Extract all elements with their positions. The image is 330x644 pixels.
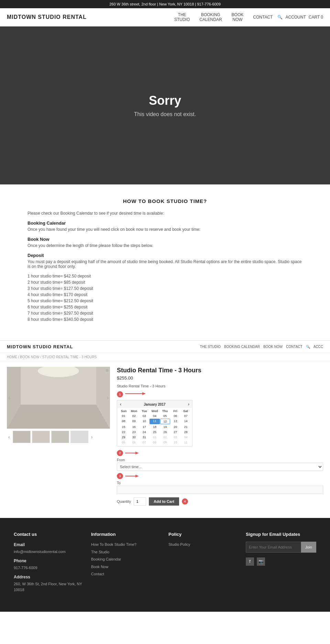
- nav-cart[interactable]: CART 0: [309, 15, 323, 20]
- mini-logo[interactable]: MIDTOWN STUDIO RENTAL: [7, 344, 73, 349]
- thumbnail-4[interactable]: [70, 431, 88, 443]
- footer-info-link[interactable]: Book Now: [91, 564, 162, 570]
- mini-nav-item[interactable]: 🔍: [306, 345, 310, 349]
- cal-day[interactable]: 25: [150, 430, 160, 434]
- instagram-icon[interactable]: 📷: [257, 557, 265, 566]
- cal-day[interactable]: 17: [139, 425, 149, 429]
- cal-day[interactable]: 29: [119, 435, 129, 440]
- nav-booking-calendar[interactable]: BOOKING CALENDAR: [195, 12, 227, 22]
- svg-marker-11: [135, 475, 139, 477]
- cal-day[interactable]: 31: [139, 435, 149, 440]
- cal-day[interactable]: 01: [150, 435, 160, 440]
- mini-header: MIDTOWN STUDIO RENTAL THE STUDIOBOOKING …: [0, 341, 330, 353]
- footer-info-link[interactable]: The Studio: [91, 549, 162, 555]
- cal-day[interactable]: 03: [170, 435, 180, 440]
- cal-day[interactable]: 13: [170, 419, 180, 424]
- mini-nav-item[interactable]: THE STUDIO: [200, 345, 221, 349]
- join-button[interactable]: Join: [301, 542, 316, 553]
- cal-prev-arrow[interactable]: ‹: [120, 402, 121, 407]
- cal-day[interactable]: 24: [139, 430, 149, 434]
- cal-day[interactable]: 05: [119, 440, 129, 445]
- nav-the-studio[interactable]: THE STUDIO: [169, 12, 195, 22]
- cal-day[interactable]: 06: [129, 440, 139, 445]
- cal-day[interactable]: 18: [150, 425, 160, 429]
- cal-day[interactable]: 20: [170, 425, 180, 429]
- site-logo[interactable]: MIDTOWN STUDIO RENTAL: [7, 14, 87, 20]
- mini-nav-item[interactable]: BOOKING CALENDAR: [224, 345, 260, 349]
- cal-day[interactable]: 08: [150, 440, 160, 445]
- cal-day[interactable]: 03: [139, 414, 149, 418]
- cal-day[interactable]: 04: [181, 435, 191, 440]
- cal-day[interactable]: 11: [181, 440, 191, 445]
- cal-day[interactable]: 09: [129, 419, 139, 424]
- image-prev-arrow[interactable]: ‹: [8, 395, 10, 401]
- cal-day[interactable]: 05: [160, 414, 170, 418]
- cal-day[interactable]: 09: [160, 440, 170, 445]
- footer-info-link[interactable]: Contact: [91, 571, 162, 577]
- footer-email-value[interactable]: info@midtownstudiorental.com: [14, 549, 84, 555]
- sorry-text: This video does not exist.: [134, 111, 196, 117]
- cal-day[interactable]: 04: [150, 414, 160, 418]
- cal-day[interactable]: 26: [160, 430, 170, 434]
- from-select[interactable]: Select time... 9:00 AM 10:00 AM 11:00 AM…: [117, 463, 323, 471]
- cal-day[interactable]: 08: [119, 419, 129, 424]
- header: MIDTOWN STUDIO RENTAL THE STUDIO BOOKING…: [0, 8, 330, 26]
- cal-day[interactable]: 22: [119, 430, 129, 434]
- cal-days: 0102030405060708091011121314151617181920…: [119, 414, 191, 445]
- cal-day[interactable]: 07: [181, 414, 191, 418]
- nav-account[interactable]: ACCOUNT: [285, 15, 306, 20]
- step3-arrow: [125, 473, 139, 479]
- footer-phone-value[interactable]: 917-776-6009: [14, 565, 84, 571]
- cal-day[interactable]: 14: [181, 419, 191, 424]
- mini-nav-item[interactable]: CONTACT: [286, 345, 302, 349]
- cal-day[interactable]: 21: [181, 425, 191, 429]
- cal-day[interactable]: 01: [119, 414, 129, 418]
- footer-policy-link[interactable]: Studio Policy: [168, 542, 239, 548]
- footer-contact: Contact us Email info@midtownstudiorenta…: [14, 532, 84, 595]
- product-info: Studio Rental Time - 3 Hours $255.00 Stu…: [117, 367, 323, 506]
- mini-nav-item[interactable]: BOOK NOW: [263, 345, 283, 349]
- step-2-row: 2: [117, 450, 323, 456]
- search-icon[interactable]: 🔍: [277, 15, 283, 20]
- cal-day[interactable]: 10: [139, 419, 149, 424]
- cal-days-header: SunMonTueWedThuFriSat: [119, 409, 191, 413]
- cal-day[interactable]: 23: [129, 430, 139, 434]
- cal-day[interactable]: 12: [160, 419, 170, 424]
- thumbnail-2[interactable]: [32, 431, 50, 443]
- facebook-icon[interactable]: f: [246, 557, 254, 566]
- cal-day[interactable]: 11: [150, 419, 160, 424]
- to-input[interactable]: [117, 486, 323, 494]
- cal-day[interactable]: 15: [119, 425, 129, 429]
- cal-day[interactable]: 16: [129, 425, 139, 429]
- thumb-prev-arrow[interactable]: ‹: [7, 433, 11, 440]
- cal-day[interactable]: 02: [160, 435, 170, 440]
- cal-day[interactable]: 07: [139, 440, 149, 445]
- mini-nav-item[interactable]: ACCC: [314, 345, 323, 349]
- svg-marker-7: [142, 392, 146, 395]
- cal-next-arrow[interactable]: ›: [188, 402, 189, 407]
- nav-book-now[interactable]: BOOK NOW: [227, 12, 249, 22]
- footer-info-link[interactable]: How To Book Studio Time?: [91, 542, 162, 548]
- qty-input[interactable]: [134, 497, 146, 506]
- thumbnail-1[interactable]: [13, 431, 31, 443]
- thumb-next-arrow[interactable]: ›: [90, 433, 94, 440]
- cal-day[interactable]: 02: [129, 414, 139, 418]
- mini-site-embed: MIDTOWN STUDIO RENTAL THE STUDIOBOOKING …: [0, 340, 330, 511]
- footer-info-link[interactable]: Booking Calendar: [91, 556, 162, 563]
- add-to-cart-button[interactable]: Add to Cart: [149, 497, 179, 506]
- cal-day[interactable]: 10: [170, 440, 180, 445]
- cal-day[interactable]: 06: [170, 414, 180, 418]
- list-item: 3 hour studio time= $127.50 deposit: [28, 286, 302, 291]
- image-expand-icon[interactable]: ⊕: [106, 368, 109, 373]
- cal-day[interactable]: 19: [160, 425, 170, 429]
- image-next-arrow[interactable]: ›: [107, 395, 109, 401]
- cal-day[interactable]: 28: [181, 430, 191, 434]
- cal-day[interactable]: 27: [170, 430, 180, 434]
- qty-label: Quantity: [117, 499, 131, 504]
- email-signup-input[interactable]: [246, 542, 301, 553]
- nav-contact[interactable]: CONTACT: [248, 15, 277, 20]
- cal-grid: SunMonTueWedThuFriSat 010203040506070809…: [117, 408, 192, 446]
- cal-day-header: Sun: [119, 409, 129, 413]
- thumbnail-3[interactable]: [51, 431, 69, 443]
- cal-day[interactable]: 30: [129, 435, 139, 440]
